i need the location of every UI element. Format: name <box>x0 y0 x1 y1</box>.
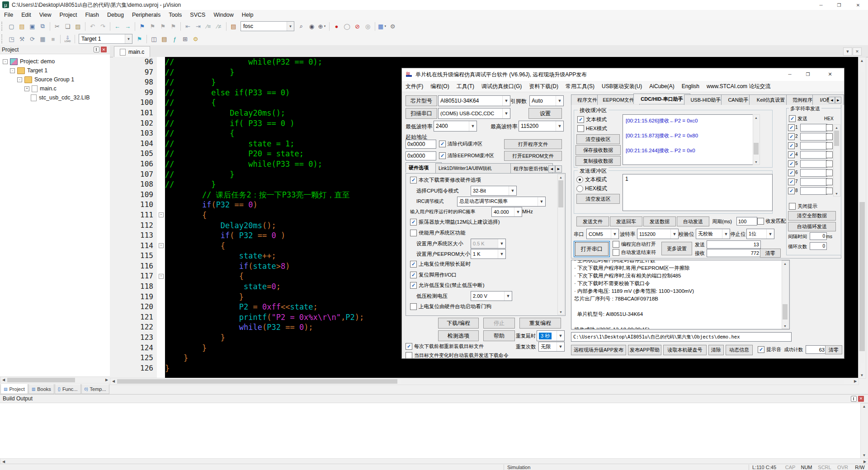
breakpoint-disable-icon[interactable]: ◯ <box>342 22 352 31</box>
fold-marker-icon[interactable]: − <box>159 212 164 217</box>
scroll-thumb[interactable] <box>834 131 839 146</box>
editor-vscrollbar[interactable]: ▲ ▼ <box>858 57 866 379</box>
project-window-icon[interactable]: ◫ <box>149 34 159 44</box>
indent-icon[interactable]: ⇥ <box>193 22 203 31</box>
tab-close-icon[interactable]: ✕ <box>853 47 862 56</box>
clear-count-button[interactable]: 清零 <box>760 249 781 258</box>
configure-icon[interactable]: ⚙ <box>388 22 397 31</box>
books-window-icon[interactable]: ▤ <box>160 34 169 44</box>
clear-receive-button[interactable]: 清空接收区 <box>576 134 620 144</box>
max-baud-combo[interactable]: 115200▼ <box>519 121 564 132</box>
dynamic-info-button[interactable]: 动态信息 <box>726 345 753 355</box>
menu-peripherals[interactable]: Peripherals <box>128 10 165 20</box>
clear-all-data-button[interactable]: 清空全部数据 <box>788 211 836 221</box>
recv-text-mode-checkbox[interactable]: ✓文本模式 <box>577 116 607 123</box>
multi-row-input-0[interactable] <box>800 124 827 132</box>
scroll-down-icon[interactable]: ▼ <box>782 323 788 329</box>
rx-count-field[interactable]: 772 <box>707 249 761 257</box>
tab-list-dropdown-icon[interactable]: ▼ <box>843 47 852 56</box>
panel-tab-books[interactable]: ▥Books <box>28 384 54 394</box>
receive-textarea[interactable]: [00:21:15.626]接收←P2 = 0xc0[00:21:15.873]… <box>623 114 754 165</box>
open-program-file-button[interactable]: 打开程序文件 <box>504 139 562 149</box>
port-settings-button[interactable]: 设置 <box>528 108 562 119</box>
hw-combo-3[interactable]: 40.000▼ <box>491 207 522 217</box>
panel-tab-project[interactable]: ▤Project <box>0 384 28 394</box>
clear-button[interactable]: 清除 <box>708 345 724 355</box>
scroll-up-icon[interactable]: ▲ <box>782 261 788 266</box>
close-button[interactable]: ✕ <box>848 0 868 10</box>
remote-upgrade-publish-button[interactable]: 远程现场升级APP发布 <box>571 345 626 355</box>
menu-edit[interactable]: Edit <box>17 10 35 20</box>
pins-combo[interactable]: Auto▼ <box>529 95 564 106</box>
copy-receive-button[interactable]: 复制接收数据 <box>576 156 621 166</box>
left-tab-2[interactable]: 程序加密后传输 <box>510 163 553 174</box>
templates-window-icon[interactable]: ⊞ <box>180 34 190 44</box>
expand-box-icon[interactable]: + <box>24 86 29 91</box>
menu-svcs[interactable]: SVCS <box>186 10 209 20</box>
scroll-down-icon[interactable]: ▼ <box>558 309 564 315</box>
stc-menu-item[interactable]: 文件(F) <box>402 83 427 90</box>
download-icon[interactable]: ⇩LOAD <box>63 34 72 44</box>
breakpoint-enable-all-icon[interactable]: ◎ <box>363 22 373 31</box>
book-icon[interactable]: ▤ <box>229 22 238 31</box>
hw-combo-7[interactable]: 1 K▼ <box>471 249 506 259</box>
send-hex-mode-radio[interactable]: HEX模式 <box>576 185 607 193</box>
clear-eeprom-buffer-checkbox[interactable]: ✓清除EEPROM缓冲区 <box>439 152 494 159</box>
multi-rows-scrollbar[interactable]: ▲▼ <box>833 124 840 197</box>
scroll-thumb[interactable] <box>754 143 759 155</box>
window-layout-icon[interactable]: ▦▼ <box>377 22 387 31</box>
tab-scroll-right-icon[interactable]: ▶ <box>555 165 562 173</box>
expand-box-icon[interactable]: - <box>17 77 22 82</box>
menu-project[interactable]: Project <box>56 10 81 20</box>
pin-icon[interactable] <box>851 396 857 402</box>
check-options-button[interactable]: 检测选项 <box>438 330 479 341</box>
comment-icon[interactable]: ∕≡ <box>204 22 213 31</box>
stc-menu-item[interactable]: 调试仿真接口(G) <box>478 83 525 90</box>
beep-checkbox[interactable]: ✓提示音 <box>758 346 781 353</box>
expand-box-icon[interactable]: - <box>10 68 15 73</box>
hw-check-5[interactable]: 使能用户系统区功能 <box>410 230 466 236</box>
uncomment-icon[interactable]: ∕≠ <box>214 22 224 31</box>
success-count-field[interactable]: 63 <box>806 345 826 354</box>
hw-options-scrollbar[interactable]: ▲▼ <box>557 174 565 315</box>
scroll-up-icon[interactable]: ▲ <box>753 115 759 120</box>
scroll-thumb[interactable] <box>783 304 788 320</box>
clear-code-buffer-checkbox[interactable]: ✓清除代码缓冲区 <box>439 141 482 147</box>
options-target-icon[interactable]: ⚑ <box>135 34 144 44</box>
hw-check-10[interactable]: ✓允许低压复位(禁止低压中断) <box>410 282 485 289</box>
send-file-button[interactable]: 发送文件 <box>576 216 609 226</box>
stc-maximize-button[interactable]: ❐ <box>799 68 817 80</box>
left-tab-1[interactable]: Link1D/Writer1A/U8W脱机 <box>435 163 517 174</box>
recv-hex-mode-checkbox[interactable]: HEX模式 <box>577 125 607 132</box>
open-serial-port-button[interactable]: 打开串口 <box>574 241 610 257</box>
code-start-address-input[interactable]: 0x0000 <box>406 140 436 149</box>
panel-tab-func[interactable]: {}Func... <box>55 384 81 394</box>
hw-combo-11[interactable]: 2.00 V▼ <box>471 291 512 301</box>
download-program-button[interactable]: 下载/编程 <box>438 318 479 329</box>
auto-load-checkbox[interactable]: 当目标文件变化时自动装载并发送下载命令 <box>406 352 509 359</box>
send-enter-button[interactable]: 发送回车 <box>610 216 642 226</box>
right-tab-scroll-left-icon[interactable]: ◀ <box>829 97 835 103</box>
serial-baud-select[interactable]: 115200▼ <box>637 229 679 239</box>
paste-icon[interactable]: ▨ <box>73 22 83 31</box>
stop-build-icon[interactable]: ■ <box>48 34 58 44</box>
panel-tab-temp[interactable]: 0)Temp... <box>81 384 109 394</box>
menu-help[interactable]: Help <box>238 10 258 20</box>
open-eeprom-file-button[interactable]: 打开EEPROM文件 <box>504 151 562 161</box>
auto-open-checkbox[interactable]: 编程完自动打开 <box>613 241 656 248</box>
scan-port-button[interactable]: 扫描串口 <box>406 108 437 119</box>
save-all-icon[interactable]: ⧉ <box>38 22 47 31</box>
reload-target-checkbox[interactable]: ✓每次下载前都重新装载目标文件 <box>406 343 484 350</box>
menu-tools[interactable]: Tools <box>165 10 186 20</box>
new-file-icon[interactable]: ▢ <box>7 22 16 31</box>
unindent-icon[interactable]: ⇤ <box>183 22 193 31</box>
redo-icon[interactable]: ↷ <box>98 22 108 31</box>
right-tab-scroll-right-icon[interactable]: ▶ <box>835 97 841 103</box>
tree-item[interactable]: +main.c <box>24 84 57 93</box>
menu-flash[interactable]: Flash <box>81 10 103 20</box>
interval-input[interactable]: 0 <box>810 232 827 240</box>
serial-stop-select[interactable]: 1位▼ <box>746 229 774 239</box>
breakpoint-kill-all-icon[interactable]: ⊘ <box>353 22 362 31</box>
multi-row-input-1[interactable] <box>800 133 827 141</box>
zoom-icon[interactable]: ⊕▼ <box>317 22 327 31</box>
